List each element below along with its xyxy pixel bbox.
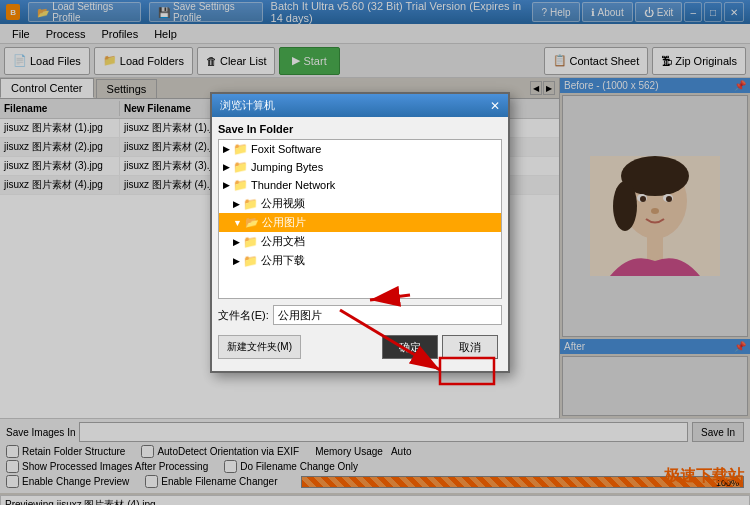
filename-label: 文件名(E): <box>218 308 269 323</box>
folder-item-thunder[interactable]: ▶ 📁 Thunder Network <box>219 176 501 194</box>
folder-item-gongyong-video[interactable]: ▶ 📁 公用视频 <box>219 194 501 213</box>
folder-item-foxit[interactable]: ▶ 📁 Foxit Software <box>219 140 501 158</box>
folder-icon-video: 📁 <box>243 197 258 211</box>
modal-dialog: 浏览计算机 ✕ Save In Folder ▶ 📁 Foxit Softwar… <box>210 92 510 373</box>
folder-item-jumping[interactable]: ▶ 📁 Jumping Bytes <box>219 158 501 176</box>
folder-name-dl: 公用下载 <box>261 253 305 268</box>
modal-body: Save In Folder ▶ 📁 Foxit Software ▶ 📁 Ju… <box>212 117 508 371</box>
folder-arrow-foxit: ▶ <box>223 144 230 154</box>
folder-item-gongyong-docs[interactable]: ▶ 📁 公用文档 <box>219 232 501 251</box>
folder-arrow-thunder: ▶ <box>223 180 230 190</box>
folder-arrow-jumping: ▶ <box>223 162 230 172</box>
folder-name-video: 公用视频 <box>261 196 305 211</box>
folder-arrow-pics: ▼ <box>233 218 242 228</box>
new-folder-btn[interactable]: 新建文件夹(M) <box>218 335 301 359</box>
folder-tree[interactable]: ▶ 📁 Foxit Software ▶ 📁 Jumping Bytes ▶ 📁… <box>218 139 502 299</box>
folder-arrow-docs: ▶ <box>233 237 240 247</box>
folder-name-thunder: Thunder Network <box>251 179 335 191</box>
filename-input[interactable] <box>273 305 502 325</box>
folder-name-pics: 公用图片 <box>262 215 306 230</box>
modal-title-text: 浏览计算机 <box>220 98 275 113</box>
folder-icon-foxit: 📁 <box>233 142 248 156</box>
folder-icon-pics: 📂 <box>245 216 259 229</box>
modal-title-bar: 浏览计算机 ✕ <box>212 94 508 117</box>
folder-icon-thunder: 📁 <box>233 178 248 192</box>
folder-icon-jumping: 📁 <box>233 160 248 174</box>
folder-name-foxit: Foxit Software <box>251 143 321 155</box>
folder-icon-dl: 📁 <box>243 254 258 268</box>
folder-arrow-video: ▶ <box>233 199 240 209</box>
save-in-folder-label: Save In Folder <box>218 123 502 135</box>
folder-name-docs: 公用文档 <box>261 234 305 249</box>
modal-close-btn[interactable]: ✕ <box>490 99 500 113</box>
folder-item-gongyong-dl[interactable]: ▶ 📁 公用下载 <box>219 251 501 270</box>
folder-icon-docs: 📁 <box>243 235 258 249</box>
folder-arrow-dl: ▶ <box>233 256 240 266</box>
filename-row: 文件名(E): <box>218 305 502 325</box>
modal-buttons: 确定 取消 <box>378 331 502 363</box>
modal-cancel-btn[interactable]: 取消 <box>442 335 498 359</box>
folder-name-jumping: Jumping Bytes <box>251 161 323 173</box>
modal-ok-btn[interactable]: 确定 <box>382 335 438 359</box>
folder-item-gongyong-pics[interactable]: ▼ 📂 公用图片 <box>219 213 501 232</box>
modal-overlay: 浏览计算机 ✕ Save In Folder ▶ 📁 Foxit Softwar… <box>0 0 750 505</box>
